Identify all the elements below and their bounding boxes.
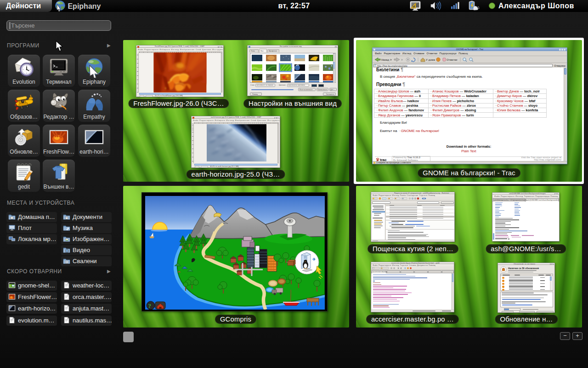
- svg-text:?: ?: [148, 302, 152, 309]
- svg-text:Отметки: Отметки: [447, 58, 457, 61]
- svg-text:Назад: Назад: [381, 58, 390, 61]
- svg-text:У дома: У дома: [426, 58, 435, 61]
